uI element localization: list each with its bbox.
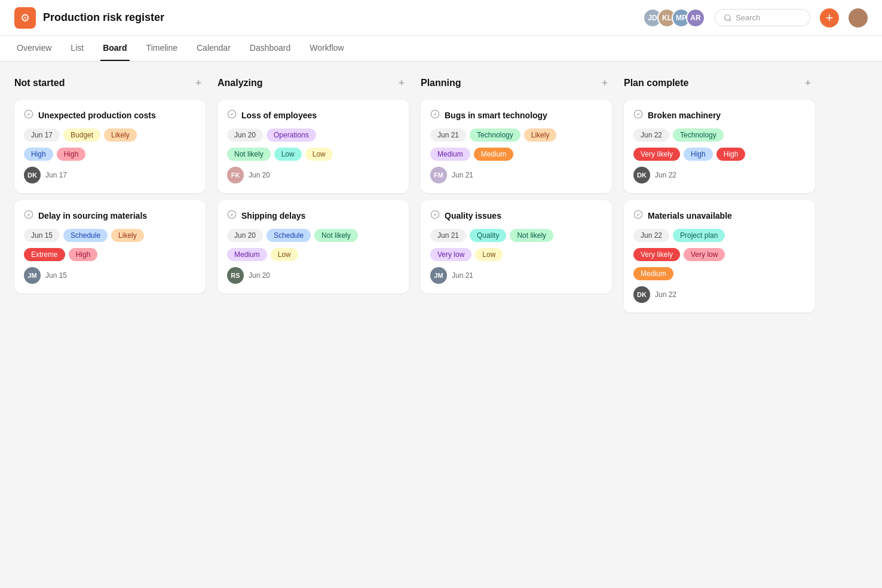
tag-very-low: Very low (684, 248, 725, 261)
tag-low: Low (274, 148, 302, 161)
card-title-row: Unexpected production costs (24, 109, 196, 121)
tag-very-likely: Very likely (633, 248, 680, 261)
card-tags-primary: Jun 20ScheduleNot likely (227, 229, 399, 242)
card-tags-secondary: Very likelyHighHigh (633, 148, 806, 161)
card-card-8[interactable]: Materials unavailableJun 22Project planV… (624, 200, 815, 313)
card-tags-secondary: Not likelyLowLow (227, 148, 399, 161)
card-tags-primary: Jun 22Technology (633, 128, 806, 142)
tag-very-likely: Very likely (633, 148, 680, 161)
nav-workflow[interactable]: Workflow (307, 36, 346, 61)
check-icon (633, 109, 643, 121)
nav-calendar[interactable]: Calendar (194, 36, 233, 61)
tag-budget: Budget (63, 128, 100, 142)
nav-list[interactable]: List (68, 36, 86, 61)
card-footer: JMJun 15 (24, 267, 196, 284)
tag-medium: Medium (633, 267, 673, 280)
card-avatar: FM (430, 167, 447, 183)
card-date: Jun 20 (249, 271, 270, 280)
card-tags-secondary: MediumMedium (430, 148, 602, 161)
card-footer: FKJun 20 (227, 167, 399, 183)
check-icon (24, 109, 33, 121)
card-title: Broken machinery (648, 111, 721, 120)
nav-dashboard[interactable]: Dashboard (247, 36, 293, 61)
card-tags-secondary: MediumLow (227, 248, 399, 261)
card-footer: RSJun 20 (227, 267, 399, 284)
card-tags-secondary: HighHigh (24, 148, 196, 161)
nav-board[interactable]: Board (100, 36, 129, 61)
tag-jun-21: Jun 21 (430, 229, 466, 242)
tag-medium: Medium (474, 148, 514, 161)
card-title-row: Materials unavailable (633, 210, 806, 222)
card-tags-secondary: Very lowLow (430, 248, 602, 261)
card-tags-primary: Jun 21TechnologyLikely (430, 128, 602, 142)
card-avatar: RS (227, 267, 244, 284)
card-card-6[interactable]: Quality issuesJun 21QualityNot likelyVer… (421, 200, 612, 293)
add-card-button[interactable]: + (191, 76, 206, 90)
card-tags-primary: Jun 17BudgetLikely (24, 128, 196, 142)
tag-technology: Technology (673, 128, 724, 142)
card-tags-secondary: ExtremeHigh (24, 248, 196, 261)
card-avatar: JM (24, 267, 41, 284)
card-avatar: DK (633, 167, 650, 183)
tag-quality: Quality (470, 229, 506, 242)
app-title: Production risk register (43, 11, 164, 24)
nav-bar: Overview List Board Timeline Calendar Da… (0, 36, 882, 62)
tag-not-likely: Not likely (227, 148, 271, 161)
check-icon (430, 109, 440, 121)
tag-not-likely: Not likely (314, 229, 358, 242)
tag-project-plan: Project plan (673, 229, 725, 242)
card-title: Delay in sourcing materials (38, 211, 147, 220)
column-title: Analyzing (218, 78, 263, 88)
nav-timeline[interactable]: Timeline (144, 36, 180, 61)
tag-jun-21: Jun 21 (430, 128, 466, 142)
card-title-row: Loss of employees (227, 109, 399, 121)
tag-not-likely: Not likely (510, 229, 553, 242)
card-title: Bugs in smart technology (445, 111, 547, 120)
column-header-plan-complete: Plan complete+ (624, 76, 815, 90)
tag-jun-15: Jun 15 (24, 229, 60, 242)
add-card-button[interactable]: + (598, 76, 612, 90)
card-title: Quality issues (445, 211, 501, 220)
tag-high: High (716, 148, 746, 161)
check-icon (227, 210, 237, 222)
card-footer: JMJun 21 (430, 267, 602, 284)
tag-operations: Operations (267, 128, 316, 142)
tag-medium: Medium (430, 148, 470, 161)
search-input[interactable]: Search (715, 9, 810, 26)
card-card-1[interactable]: Unexpected production costsJun 17BudgetL… (14, 100, 206, 193)
team-avatars: JD KL MP AR (643, 8, 705, 27)
card-card-3[interactable]: Loss of employeesJun 20OperationsNot lik… (218, 100, 409, 193)
card-card-2[interactable]: Delay in sourcing materialsJun 15Schedul… (14, 200, 206, 293)
add-button[interactable]: + (820, 8, 839, 27)
add-card-button[interactable]: + (394, 76, 409, 90)
card-title: Unexpected production costs (38, 111, 156, 120)
card-tags-secondary: Very likelyVery low (633, 248, 806, 261)
check-icon (24, 210, 33, 222)
add-card-button[interactable]: + (801, 76, 815, 90)
tag-jun-22: Jun 22 (633, 128, 669, 142)
card-avatar: JM (430, 267, 447, 284)
card-card-5[interactable]: Bugs in smart technologyJun 21Technology… (421, 100, 612, 193)
tag-jun-17: Jun 17 (24, 128, 60, 142)
card-avatar: DK (633, 286, 650, 303)
card-footer: DKJun 22 (633, 167, 806, 183)
column-title: Not started (14, 78, 65, 88)
app-icon: ⚙ (14, 7, 36, 29)
check-icon (227, 109, 237, 121)
nav-overview[interactable]: Overview (14, 36, 54, 61)
card-date: Jun 17 (45, 171, 67, 179)
tag-jun-20: Jun 20 (227, 128, 263, 142)
tag-high: High (69, 248, 98, 261)
card-card-4[interactable]: Shipping delaysJun 20ScheduleNot likelyM… (218, 200, 409, 293)
card-date: Jun 20 (249, 171, 270, 179)
column-header-analyzing: Analyzing+ (218, 76, 409, 90)
svg-line-1 (730, 19, 731, 21)
header-left: ⚙ Production risk register (14, 7, 164, 29)
card-card-7[interactable]: Broken machineryJun 22TechnologyVery lik… (624, 100, 815, 193)
column-header-not-started: Not started+ (14, 76, 206, 90)
card-tags-primary: Jun 20Operations (227, 128, 399, 142)
card-date: Jun 22 (655, 171, 676, 179)
card-title-row: Quality issues (430, 210, 602, 222)
avatar: AR (686, 8, 705, 27)
user-avatar[interactable] (849, 8, 868, 27)
